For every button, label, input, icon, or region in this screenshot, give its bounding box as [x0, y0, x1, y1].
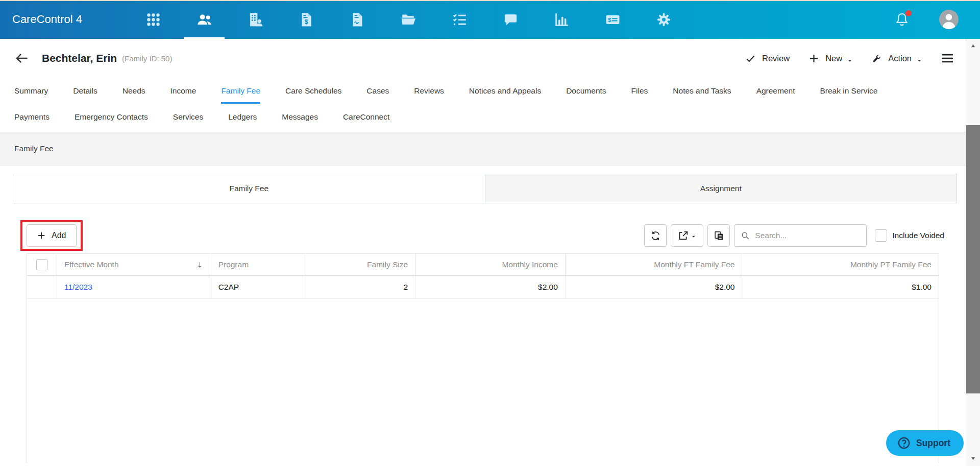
grid-icon: [145, 12, 161, 28]
avatar-icon: [939, 22, 959, 31]
topnav-item-people[interactable]: [179, 0, 230, 39]
back-button[interactable]: [14, 51, 30, 66]
notification-badge: [905, 10, 912, 16]
gear-icon: [656, 12, 672, 28]
tab-services[interactable]: Services: [173, 104, 203, 130]
triangle-down-icon: [970, 454, 976, 463]
vertical-scrollbar[interactable]: [966, 39, 980, 466]
topnav-item-chat[interactable]: [485, 0, 536, 39]
topnav-item-grid[interactable]: [128, 0, 179, 39]
topnav-item-file-contract[interactable]: [332, 0, 383, 39]
include-voided-checkbox[interactable]: [875, 229, 887, 242]
search-icon: [741, 231, 750, 240]
family-record-tabs: SummaryDetailsNeedsIncomeFamily FeeCare …: [0, 78, 966, 132]
people-icon: [197, 12, 212, 28]
tab-family-fee[interactable]: Family Fee: [221, 78, 260, 104]
app-logo: CareControl 4: [12, 13, 104, 26]
tab-agreement[interactable]: Agreement: [756, 78, 795, 104]
tab-notices-and-appeals[interactable]: Notices and Appeals: [469, 78, 541, 104]
column-header-monthly-pt-family-fee[interactable]: Monthly PT Family Fee: [742, 254, 939, 275]
topnav-item-gear[interactable]: [638, 0, 689, 39]
tab-break-in-service[interactable]: Break in Service: [820, 78, 877, 104]
page-content: Bechtelar, Erin (Family ID: 50) ReviewNe…: [0, 39, 966, 466]
add-button[interactable]: Add: [27, 224, 77, 247]
topnav-item-folder-open[interactable]: [383, 0, 434, 39]
support-label: Support: [916, 438, 950, 449]
annotation-highlight-box: Add: [20, 220, 83, 251]
action-button[interactable]: Action: [872, 54, 922, 63]
tab-emergency-contacts[interactable]: Emergency Contacts: [75, 104, 148, 130]
wrench-icon: [872, 54, 881, 63]
family-id-label: (Family ID: 50): [122, 54, 172, 63]
search-input[interactable]: [734, 224, 867, 247]
triangle-up-icon: [970, 41, 976, 51]
column-header-monthly-income[interactable]: Monthly Income: [415, 254, 566, 275]
tab-income[interactable]: Income: [170, 78, 197, 104]
checklist-icon: [452, 12, 468, 28]
subtab-assignment[interactable]: Assignment: [485, 174, 957, 203]
effective-month-link[interactable]: 11/2023: [64, 283, 92, 292]
tab-cases[interactable]: Cases: [366, 78, 389, 104]
column-header-monthly-ft-family-fee[interactable]: Monthly FT Family Fee: [566, 254, 743, 275]
tab-files[interactable]: Files: [631, 78, 648, 104]
cell-program: C2AP: [211, 276, 307, 298]
window-top-edge: [0, 0, 980, 1]
copy-button[interactable]: [707, 224, 730, 247]
cell-monthly-ft-family-fee: $2.00: [566, 276, 743, 298]
notifications-button[interactable]: [894, 12, 910, 27]
tab-careconnect[interactable]: CareConnect: [343, 104, 389, 130]
tab-ledgers[interactable]: Ledgers: [228, 104, 257, 130]
column-header-program[interactable]: Program: [211, 254, 307, 275]
section-title: Family Fee: [14, 144, 54, 153]
tab-needs[interactable]: Needs: [122, 78, 145, 104]
support-button[interactable]: Support: [886, 430, 964, 456]
review-button[interactable]: Review: [746, 54, 790, 63]
column-header-effective-month[interactable]: Effective Month: [57, 254, 211, 275]
topnav-item-file-invoice[interactable]: $: [281, 0, 332, 39]
topnav-items: $$: [128, 0, 689, 39]
topnav-item-money-check[interactable]: $: [587, 0, 638, 39]
review-label: Review: [762, 54, 790, 63]
folder-open-icon: [401, 12, 416, 28]
svg-text:$: $: [304, 18, 308, 26]
money-check-icon: $: [605, 12, 621, 28]
tab-documents[interactable]: Documents: [566, 78, 606, 104]
export-icon: [678, 230, 689, 241]
add-button-label: Add: [52, 231, 66, 240]
cell-monthly-pt-family-fee: $1.00: [742, 276, 939, 298]
arrow-left-icon: [14, 60, 30, 67]
cell-family-size: 2: [306, 276, 415, 298]
tab-summary[interactable]: Summary: [14, 78, 48, 104]
scroll-down-arrow[interactable]: [966, 453, 980, 465]
new-button[interactable]: New: [809, 54, 852, 63]
topnav-item-bar-chart[interactable]: [536, 0, 587, 39]
tab-payments[interactable]: Payments: [14, 104, 50, 130]
scrollbar-thumb[interactable]: [966, 125, 980, 393]
topnav-item-building-person[interactable]: [230, 0, 281, 39]
tab-care-schedules[interactable]: Care Schedules: [285, 78, 341, 104]
chat-icon: [503, 12, 519, 28]
select-all-checkbox[interactable]: [36, 259, 47, 270]
user-avatar[interactable]: [939, 10, 959, 29]
tab-messages[interactable]: Messages: [282, 104, 318, 130]
tab-reviews[interactable]: Reviews: [414, 78, 444, 104]
topnav-item-checklist[interactable]: [434, 0, 485, 39]
page-title: Bechtelar, Erin: [42, 52, 117, 64]
svg-text:$: $: [608, 16, 611, 23]
tab-details[interactable]: Details: [73, 78, 97, 104]
select-all-header[interactable]: [27, 254, 57, 275]
subtab-family-fee[interactable]: Family Fee: [13, 174, 485, 203]
new-label: New: [825, 54, 842, 63]
scroll-up-arrow[interactable]: [966, 40, 980, 52]
refresh-button[interactable]: [644, 224, 667, 247]
cell-select: [27, 276, 57, 298]
grid-toolbar-right: Include Voided: [640, 224, 944, 247]
menu-button[interactable]: [940, 51, 954, 65]
refresh-icon: [650, 230, 661, 241]
export-button[interactable]: [671, 224, 703, 247]
question-circle-icon: [897, 436, 911, 450]
column-header-family-size[interactable]: Family Size: [306, 254, 415, 275]
plus-icon: [37, 231, 45, 240]
tab-notes-and-tasks[interactable]: Notes and Tasks: [673, 78, 731, 104]
table-row[interactable]: 11/2023C2AP2$2.00$2.00$1.00: [27, 276, 939, 299]
